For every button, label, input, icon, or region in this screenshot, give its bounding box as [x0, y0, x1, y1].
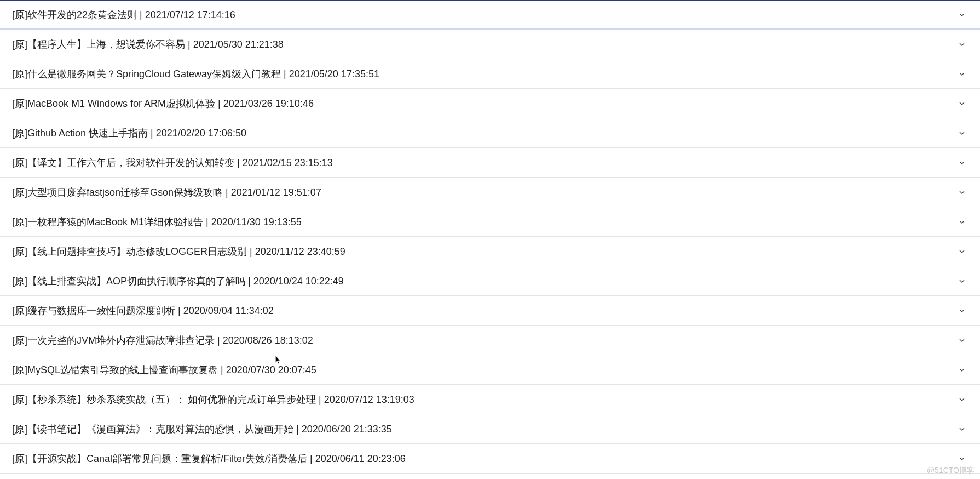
chevron-down-icon[interactable] [956, 98, 968, 110]
article-row[interactable]: [原]【译文】工作六年后，我对软件开发的认知转变 | 2021/02/15 23… [0, 148, 980, 178]
article-title: [原]【读书笔记】《漫画算法》：克服对算法的恐惧，从漫画开始 | 2020/06… [12, 423, 956, 436]
article-title: [原]Github Action 快速上手指南 | 2021/02/20 17:… [12, 127, 956, 140]
chevron-down-icon[interactable] [956, 246, 968, 258]
article-title: [原]一次完整的JVM堆外内存泄漏故障排查记录 | 2020/08/26 18:… [12, 334, 956, 347]
article-row[interactable]: [原]MySQL选错索引导致的线上慢查询事故复盘 | 2020/07/30 20… [0, 355, 980, 385]
article-row[interactable]: [原]【线上问题排查技巧】动态修改LOGGER日志级别 | 2020/11/12… [0, 237, 980, 266]
article-title: [原]MacBook M1 Windows for ARM虚拟机体验 | 202… [12, 97, 956, 110]
chevron-down-icon[interactable] [956, 38, 968, 50]
article-title: [原]【秒杀系统】秒杀系统实战（五）： 如何优雅的完成订单异步处理 | 2020… [12, 393, 956, 406]
article-row[interactable]: [原]Github Action 快速上手指南 | 2021/02/20 17:… [0, 118, 980, 148]
article-row[interactable]: [原]【秒杀系统】秒杀系统实战（五）： 如何优雅的完成订单异步处理 | 2020… [0, 385, 980, 414]
article-row[interactable]: [原]【读书笔记】《漫画算法》：克服对算法的恐惧，从漫画开始 | 2020/06… [0, 414, 980, 444]
article-row[interactable]: [原]什么是微服务网关？SpringCloud Gateway保姆级入门教程 |… [0, 59, 980, 89]
article-row[interactable]: [原]【程序人生】上海，想说爱你不容易 | 2021/05/30 21:21:3… [0, 30, 980, 59]
chevron-down-icon[interactable] [956, 186, 968, 198]
chevron-down-icon[interactable] [956, 453, 968, 465]
chevron-down-icon[interactable] [956, 127, 968, 139]
article-title: [原]【线上排查实战】AOP切面执行顺序你真的了解吗 | 2020/10/24 … [12, 275, 956, 288]
article-title: [原]【开源实战】Canal部署常见问题：重复解析/Filter失效/消费落后 … [12, 452, 956, 465]
chevron-down-icon[interactable] [956, 305, 968, 317]
article-row[interactable]: [原]软件开发的22条黄金法则 | 2021/07/12 17:14:16 [0, 0, 980, 30]
article-row[interactable]: [原]【线上排查实战】AOP切面执行顺序你真的了解吗 | 2020/10/24 … [0, 266, 980, 296]
article-row[interactable]: [原]MacBook M1 Windows for ARM虚拟机体验 | 202… [0, 89, 980, 118]
article-title: [原]【译文】工作六年后，我对软件开发的认知转变 | 2021/02/15 23… [12, 156, 956, 169]
chevron-down-icon[interactable] [956, 423, 968, 435]
article-row[interactable]: [原]一枚程序猿的MacBook M1详细体验报告 | 2020/11/30 1… [0, 207, 980, 237]
article-row[interactable]: [原]缓存与数据库一致性问题深度剖析 | 2020/09/04 11:34:02 [0, 296, 980, 326]
article-row[interactable]: [原]【开源实战】阿里开源MySQL中间件Canal快速入门 | 2020/05… [0, 474, 980, 479]
chevron-down-icon[interactable] [956, 68, 968, 80]
article-title: [原]【程序人生】上海，想说爱你不容易 | 2021/05/30 21:21:3… [12, 38, 956, 51]
chevron-down-icon[interactable] [956, 216, 968, 228]
article-list: [原]软件开发的22条黄金法则 | 2021/07/12 17:14:16[原]… [0, 0, 980, 479]
chevron-down-icon[interactable] [956, 9, 968, 21]
chevron-down-icon[interactable] [956, 394, 968, 406]
article-row[interactable]: [原]一次完整的JVM堆外内存泄漏故障排查记录 | 2020/08/26 18:… [0, 326, 980, 355]
chevron-down-icon[interactable] [956, 334, 968, 346]
chevron-down-icon[interactable] [956, 275, 968, 287]
article-title: [原]大型项目废弃fastjson迁移至Gson保姆级攻略 | 2021/01/… [12, 186, 956, 199]
chevron-down-icon[interactable] [956, 157, 968, 169]
article-title: [原]一枚程序猿的MacBook M1详细体验报告 | 2020/11/30 1… [12, 215, 956, 229]
article-title: [原]软件开发的22条黄金法则 | 2021/07/12 17:14:16 [12, 8, 956, 21]
article-row[interactable]: [原]大型项目废弃fastjson迁移至Gson保姆级攻略 | 2021/01/… [0, 178, 980, 207]
chevron-down-icon[interactable] [956, 364, 968, 376]
watermark-text: @51CTO博客 [927, 466, 975, 476]
article-title: [原]缓存与数据库一致性问题深度剖析 | 2020/09/04 11:34:02 [12, 304, 956, 317]
article-row[interactable]: [原]【开源实战】Canal部署常见问题：重复解析/Filter失效/消费落后 … [0, 444, 980, 474]
article-title: [原]【线上问题排查技巧】动态修改LOGGER日志级别 | 2020/11/12… [12, 245, 956, 258]
article-title: [原]MySQL选错索引导致的线上慢查询事故复盘 | 2020/07/30 20… [12, 363, 956, 377]
article-title: [原]什么是微服务网关？SpringCloud Gateway保姆级入门教程 |… [12, 67, 956, 81]
